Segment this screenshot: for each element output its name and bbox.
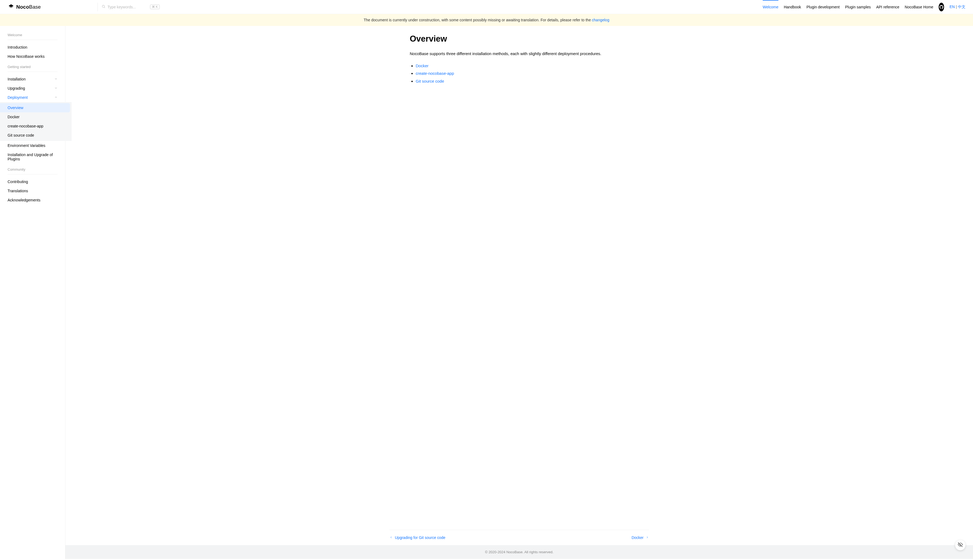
search-kbd: ⌘ K	[150, 5, 159, 9]
eye-off-icon	[958, 542, 963, 548]
nav-plugin-development[interactable]: Plugin development	[806, 0, 840, 13]
sidebar-item-upgrading[interactable]: Upgrading	[8, 84, 58, 93]
sidebar-item-translations[interactable]: Translations	[8, 186, 58, 195]
install-methods-list: Docker create-nocobase-app Git source co…	[410, 62, 629, 85]
nav-welcome[interactable]: Welcome	[763, 0, 778, 13]
sidebar-section-getting-started: Getting started	[8, 61, 58, 72]
layout: Welcome Introduction How NocoBase works …	[0, 26, 973, 559]
svg-line-3	[104, 7, 105, 8]
sidebar-item-contributing[interactable]: Contributing	[8, 177, 58, 186]
pager: Upgrading for Git source code Docker	[390, 530, 649, 545]
nav-handbook[interactable]: Handbook	[784, 0, 801, 13]
page-title: Overview	[410, 34, 629, 44]
toggle-visibility-button[interactable]	[955, 540, 965, 550]
sidebar-item-acknowledgements[interactable]: Acknowledgements	[8, 195, 58, 205]
logo-text-bold: Noco	[16, 4, 29, 10]
sidebar-section-welcome: Welcome	[8, 29, 58, 40]
pager-next[interactable]: Docker	[632, 535, 649, 540]
sidebar-item-installation[interactable]: Installation	[8, 75, 58, 84]
link-docker[interactable]: Docker	[416, 63, 429, 68]
link-create-app[interactable]: create-nocobase-app	[416, 71, 454, 76]
search[interactable]: ⌘ K	[98, 3, 160, 11]
top-nav: Welcome Handbook Plugin development Plug…	[763, 0, 965, 13]
sidebar-sub-overview[interactable]: Overview	[0, 103, 70, 112]
page-intro: NocoBase supports three different instal…	[410, 50, 629, 57]
logo-text-light: Base	[29, 4, 41, 10]
footer: © 2020-2024 NocoBase. All rights reserve…	[65, 545, 973, 559]
search-icon	[102, 5, 105, 10]
pager-prev-label: Upgrading for Git source code	[395, 535, 445, 540]
sidebar-sub-docker[interactable]: Docker	[0, 112, 72, 122]
lang-zh[interactable]: 中文	[958, 5, 965, 9]
nav-nocobase-home[interactable]: NocoBase Home	[904, 0, 933, 13]
svg-point-2	[102, 5, 104, 7]
chevron-down-icon	[54, 77, 58, 81]
chevron-down-icon	[54, 86, 58, 90]
sidebar-section-community: Community	[8, 163, 58, 175]
sidebar-item-how-works[interactable]: How NocoBase works	[8, 52, 58, 61]
header: NocoBase ⌘ K Welcome Handbook Plugin dev…	[0, 0, 973, 14]
sidebar-item-env-vars[interactable]: Environment Variables	[8, 141, 58, 150]
nav-plugin-samples[interactable]: Plugin samples	[845, 0, 871, 13]
sidebar-item-plugins-install[interactable]: Installation and Upgrade of Plugins	[8, 150, 58, 163]
sidebar-subgroup-deployment: Overview Docker create-nocobase-app Git …	[0, 102, 72, 141]
github-icon[interactable]	[939, 3, 944, 11]
link-git-source[interactable]: Git source code	[416, 79, 444, 83]
lang-en[interactable]: EN	[950, 5, 955, 9]
content: Overview NocoBase supports three differe…	[402, 26, 637, 530]
sidebar-item-introduction[interactable]: Introduction	[8, 43, 58, 52]
notice-banner: The document is currently under construc…	[0, 14, 973, 26]
main: Overview NocoBase supports three differe…	[65, 26, 973, 559]
sidebar-item-deployment[interactable]: Deployment	[8, 93, 58, 102]
lang-sep: |	[955, 5, 958, 9]
sidebar: Welcome Introduction How NocoBase works …	[0, 26, 65, 559]
logo[interactable]: NocoBase	[8, 3, 41, 10]
chevron-right-icon	[646, 535, 649, 540]
sidebar-sub-git-source[interactable]: Git source code	[0, 131, 72, 140]
footer-text: © 2020-2024 NocoBase. All rights reserve…	[485, 550, 553, 554]
logo-icon	[8, 3, 15, 10]
language-switch[interactable]: EN | 中文	[950, 5, 965, 10]
sidebar-sub-create-app[interactable]: create-nocobase-app	[0, 122, 72, 131]
banner-link[interactable]: changelog	[592, 18, 610, 22]
chevron-left-icon	[390, 535, 393, 540]
nav-api-reference[interactable]: API reference	[876, 0, 899, 13]
banner-text: The document is currently under construc…	[364, 18, 592, 22]
pager-next-label: Docker	[632, 535, 644, 540]
pager-prev[interactable]: Upgrading for Git source code	[390, 535, 445, 540]
chevron-up-icon	[54, 95, 58, 100]
